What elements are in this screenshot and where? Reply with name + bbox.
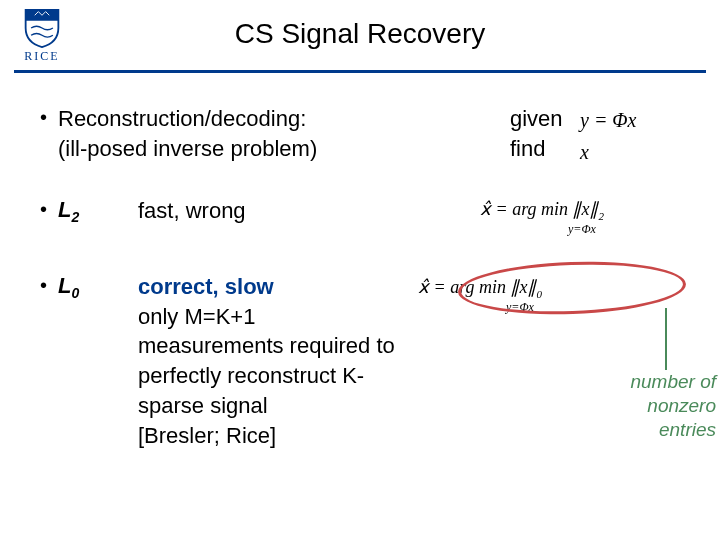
l2-label: L2 bbox=[58, 196, 138, 227]
l0-body: only M=K+1 measurements required to perf… bbox=[138, 304, 395, 418]
l0-label: L0 bbox=[58, 272, 138, 303]
callout-label: number of nonzero entries bbox=[546, 370, 716, 441]
l0-main: L bbox=[58, 273, 71, 298]
callout-line3: entries bbox=[659, 419, 716, 440]
logo-text: RICE bbox=[24, 49, 59, 64]
page-title: CS Signal Recovery bbox=[0, 18, 720, 50]
eq-given: y = Φx bbox=[580, 109, 636, 131]
callout-line1: number of bbox=[630, 371, 716, 392]
l2-main: L bbox=[58, 197, 71, 222]
bullet1-heading: Reconstruction/decoding: bbox=[58, 106, 306, 131]
l0-headline: correct, slow bbox=[138, 274, 274, 299]
l2-equation: x̂ = arg min ∥x∥2 y=Φx bbox=[480, 196, 700, 238]
l2-text: fast, wrong bbox=[138, 196, 480, 226]
l2-eq-main: x̂ = arg min ∥x∥ bbox=[480, 199, 598, 219]
callout-line bbox=[665, 308, 667, 370]
l2-constraint: y=Φx bbox=[568, 220, 700, 238]
bullet-dot: • bbox=[40, 272, 58, 298]
l0-ref: [Bresler; Rice] bbox=[138, 423, 276, 448]
l0-sub: 0 bbox=[71, 285, 79, 301]
callout-line2: nonzero bbox=[647, 395, 716, 416]
l2-eq-sub: 2 bbox=[598, 210, 604, 222]
bullet-l2: • L2 fast, wrong x̂ = arg min ∥x∥2 y=Φx bbox=[40, 196, 700, 238]
given-label: given bbox=[510, 106, 563, 131]
l0-text-block: correct, slow only M=K+1 measurements re… bbox=[138, 272, 418, 450]
eq-find: x bbox=[580, 141, 589, 163]
l2-sub: 2 bbox=[71, 209, 79, 225]
bullet-reconstruction: • Reconstruction/decoding: (ill-posed in… bbox=[40, 104, 700, 168]
header: RICE CS Signal Recovery bbox=[0, 0, 720, 74]
title-divider bbox=[14, 70, 706, 73]
bullet-dot: • bbox=[40, 196, 58, 222]
bullet-dot: • bbox=[40, 104, 58, 130]
find-label: find bbox=[510, 136, 545, 161]
bullet1-sub: (ill-posed inverse problem) bbox=[58, 136, 317, 161]
